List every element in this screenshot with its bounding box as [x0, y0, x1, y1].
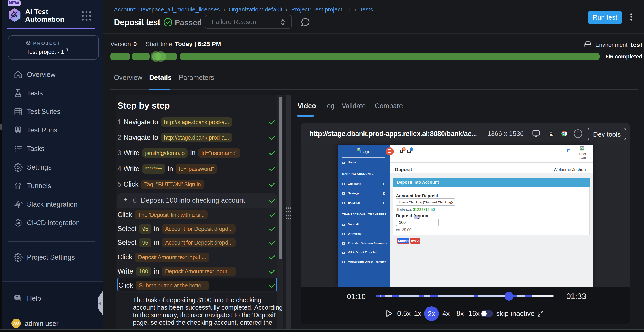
- svg-text:?: ?: [16, 296, 18, 299]
